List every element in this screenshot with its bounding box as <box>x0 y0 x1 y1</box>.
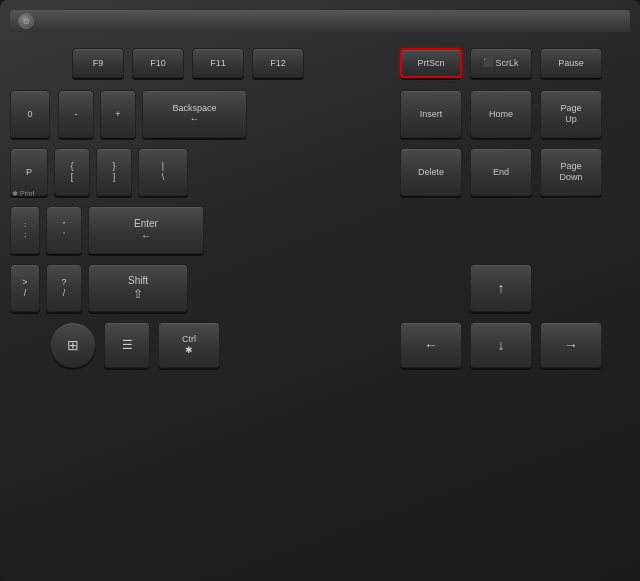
scrlk-label: ScrLk <box>495 58 518 69</box>
keyboard-background: ⊙ F9 F10 F11 F12 PrtScn ⬛ ScrLk <box>0 0 640 581</box>
key-windows[interactable]: ⊞ <box>50 322 96 368</box>
key-ctrl[interactable]: Ctrl ✱ <box>158 322 220 368</box>
key-arrow-up[interactable]: ↑ <box>470 264 532 312</box>
key-quote[interactable]: " ' <box>46 206 82 254</box>
key-delete[interactable]: Delete <box>400 148 462 196</box>
key-backspace[interactable]: Backspace ← <box>142 90 247 138</box>
key-question[interactable]: ? / <box>46 264 82 312</box>
keyboard-logo: ⊙ <box>18 13 34 29</box>
key-f11[interactable]: F11 <box>192 48 244 78</box>
key-pageup[interactable]: PageUp <box>540 90 602 138</box>
keyboard-top-bar: ⊙ <box>10 10 630 32</box>
scrlk-icon: ⬛ <box>483 58 493 68</box>
key-minus[interactable]: - <box>58 90 94 138</box>
key-p[interactable]: P <box>10 148 48 196</box>
key-arrow-left[interactable]: ← <box>400 322 462 368</box>
key-0[interactable]: 0 <box>10 90 50 138</box>
key-gt[interactable]: > / <box>10 264 40 312</box>
key-home[interactable]: Home <box>470 90 532 138</box>
print-label: ✱ Print <box>12 190 34 198</box>
key-enter[interactable]: Enter ← <box>88 206 204 254</box>
key-semicolon[interactable]: : ; <box>10 206 40 254</box>
key-end[interactable]: End <box>470 148 532 196</box>
key-arrow-right[interactable]: → <box>540 322 602 368</box>
key-scrlk[interactable]: ⬛ ScrLk <box>470 48 532 78</box>
key-pause[interactable]: Pause <box>540 48 602 78</box>
key-f10[interactable]: F10 <box>132 48 184 78</box>
key-f12[interactable]: F12 <box>252 48 304 78</box>
key-pagedown[interactable]: PageDown <box>540 148 602 196</box>
key-insert[interactable]: Insert <box>400 90 462 138</box>
key-pipe[interactable]: | \ <box>138 148 188 196</box>
key-menu[interactable]: ☰ <box>104 322 150 368</box>
keyboard-area: F9 F10 F11 F12 PrtScn ⬛ ScrLk Pause <box>10 40 630 581</box>
key-shift[interactable]: Shift ⇧ <box>88 264 188 312</box>
key-arrow-down[interactable]: ↓ <box>470 322 532 368</box>
key-rbrace[interactable]: } ] <box>96 148 132 196</box>
key-prtscn[interactable]: PrtScn <box>400 48 462 78</box>
key-f9[interactable]: F9 <box>72 48 124 78</box>
key-equals[interactable]: + <box>100 90 136 138</box>
key-lbrace[interactable]: { [ <box>54 148 90 196</box>
